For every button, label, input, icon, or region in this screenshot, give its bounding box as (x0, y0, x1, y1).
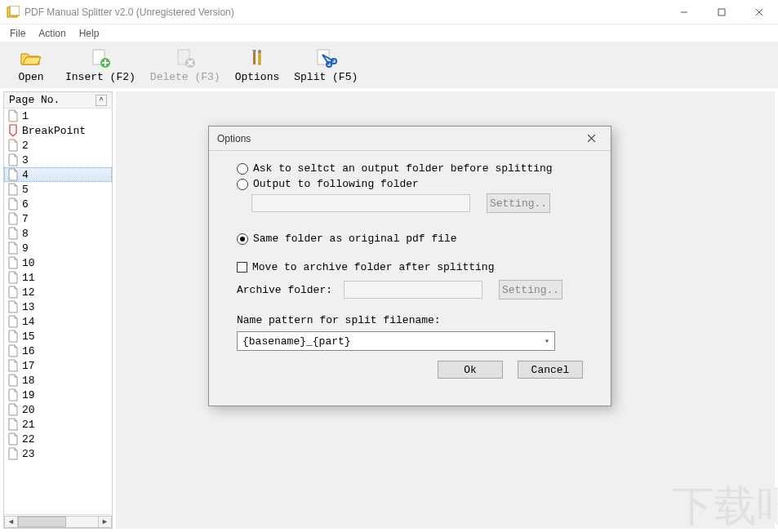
list-item-page[interactable]: 2 (4, 138, 112, 153)
output-setting-button[interactable]: Setting.. (487, 193, 550, 213)
menu-action[interactable]: Action (32, 26, 72, 41)
svg-rect-1 (10, 6, 20, 16)
list-item-page[interactable]: 10 (4, 255, 112, 270)
list-item-label: 20 (22, 404, 35, 416)
list-item-label: 15 (22, 330, 35, 343)
pattern-combobox[interactable]: {basename}_{part} ▾ (237, 331, 555, 351)
hscrollbar[interactable]: ◄ ► (4, 514, 112, 528)
window-controls (665, 0, 778, 24)
dialog-close-button[interactable] (580, 130, 602, 148)
folder-open-icon (20, 47, 42, 69)
insert-label: Insert (F2) (65, 71, 136, 83)
list-item-label: 7 (22, 213, 29, 225)
list-item-label: 2 (22, 140, 29, 152)
radio-ask[interactable] (237, 163, 248, 175)
dialog-titlebar[interactable]: Options (209, 126, 611, 151)
list-item-page[interactable]: 9 (4, 241, 112, 255)
page-list-header[interactable]: Page No. ^ (4, 92, 112, 109)
insert-icon (89, 47, 112, 69)
list-item-label: 14 (22, 316, 35, 328)
archive-setting-button[interactable]: Setting.. (499, 280, 562, 299)
options-dialog: Options Ask to seltct an output folder b… (208, 126, 611, 406)
list-item-page[interactable]: 4 (4, 167, 112, 182)
list-item-page[interactable]: 1 (4, 109, 112, 123)
archive-label: Archive folder: (237, 284, 332, 296)
list-item-label: 13 (22, 301, 35, 313)
svg-rect-15 (259, 51, 260, 64)
menu-help[interactable]: Help (73, 26, 106, 41)
archive-folder-field[interactable] (344, 281, 482, 299)
pattern-label: Name pattern for split filename: (237, 314, 588, 326)
insert-button[interactable]: Insert (F2) (60, 45, 140, 85)
list-item-label: 8 (22, 228, 29, 240)
maximize-button[interactable] (703, 0, 740, 24)
list-item-label: 17 (22, 360, 35, 372)
list-item-label: 12 (22, 286, 35, 299)
output-folder-field[interactable] (251, 194, 470, 212)
menu-file[interactable]: File (3, 26, 32, 41)
list-item-label: 21 (22, 419, 35, 431)
list-item-label: 19 (22, 389, 35, 401)
list-item-page[interactable]: 17 (4, 358, 112, 373)
page-list[interactable]: 1BreakPoint23456789101112131415161718192… (4, 109, 112, 514)
list-item-breakpoint[interactable]: BreakPoint (4, 123, 112, 138)
list-item-page[interactable]: 11 (4, 270, 112, 285)
list-item-page[interactable]: 21 (4, 417, 112, 432)
svg-point-16 (258, 50, 261, 53)
list-item-page[interactable]: 18 (4, 373, 112, 388)
list-item-label: 11 (22, 272, 35, 284)
list-item-page[interactable]: 20 (4, 402, 112, 417)
pattern-value: {basename}_{part} (242, 335, 351, 348)
list-item-page[interactable]: 14 (4, 314, 112, 329)
dialog-title: Options (217, 133, 251, 144)
menubar: File Action Help (0, 24, 778, 42)
radio-output-label: Output to following folder (253, 178, 419, 190)
delete-label: Delete (F3) (150, 71, 220, 83)
options-label: Options (235, 71, 280, 83)
scroll-track[interactable] (18, 516, 98, 528)
list-item-page[interactable]: 7 (4, 211, 112, 226)
cancel-button[interactable]: Cancel (518, 361, 583, 379)
list-item-page[interactable]: 3 (4, 153, 112, 167)
list-item-page[interactable]: 6 (4, 197, 112, 211)
chevron-down-icon: ▾ (545, 336, 549, 346)
list-item-page[interactable]: 23 (4, 446, 112, 461)
list-item-page[interactable]: 12 (4, 285, 112, 299)
checkbox-move[interactable] (237, 262, 247, 273)
list-item-label: 9 (22, 242, 29, 255)
tools-icon (246, 47, 269, 69)
list-item-page[interactable]: 15 (4, 329, 112, 344)
page-list-header-label: Page No. (9, 94, 60, 106)
list-item-label: 22 (22, 433, 35, 446)
list-item-label: 3 (22, 154, 29, 166)
list-item-label: 1 (22, 110, 29, 122)
close-button[interactable] (740, 0, 778, 24)
list-item-page[interactable]: 8 (4, 226, 112, 241)
options-button[interactable]: Options (230, 45, 285, 85)
dialog-body: Ask to seltct an output folder before sp… (209, 151, 611, 385)
list-item-page[interactable]: 13 (4, 299, 112, 314)
list-item-page[interactable]: 22 (4, 432, 112, 446)
list-item-page[interactable]: 5 (4, 182, 112, 197)
page-list-panel: Page No. ^ 1BreakPoint234567891011121314… (3, 91, 113, 529)
radio-same-label: Same folder as original pdf file (253, 233, 457, 245)
open-button[interactable]: Open (7, 45, 56, 85)
split-label: Split (F5) (294, 71, 358, 83)
header-collapse-button[interactable]: ^ (96, 95, 107, 106)
radio-output[interactable] (237, 179, 248, 190)
list-item-page[interactable]: 16 (4, 344, 112, 358)
minimize-button[interactable] (665, 0, 703, 24)
delete-button[interactable]: Delete (F3) (145, 45, 225, 85)
window-title: PDF Manual Splitter v2.0 (Unregistered V… (24, 7, 234, 18)
ok-button[interactable]: Ok (438, 361, 503, 379)
app-icon (7, 6, 20, 19)
list-item-page[interactable]: 19 (4, 388, 112, 402)
list-item-label: 4 (22, 169, 29, 181)
scroll-left-button[interactable]: ◄ (4, 516, 18, 528)
split-button[interactable]: Split (F5) (289, 45, 362, 85)
delete-icon (174, 47, 197, 69)
radio-same[interactable] (237, 233, 248, 245)
scroll-right-button[interactable]: ► (98, 516, 112, 528)
list-item-label: 6 (22, 198, 29, 211)
scroll-thumb[interactable] (18, 516, 66, 527)
